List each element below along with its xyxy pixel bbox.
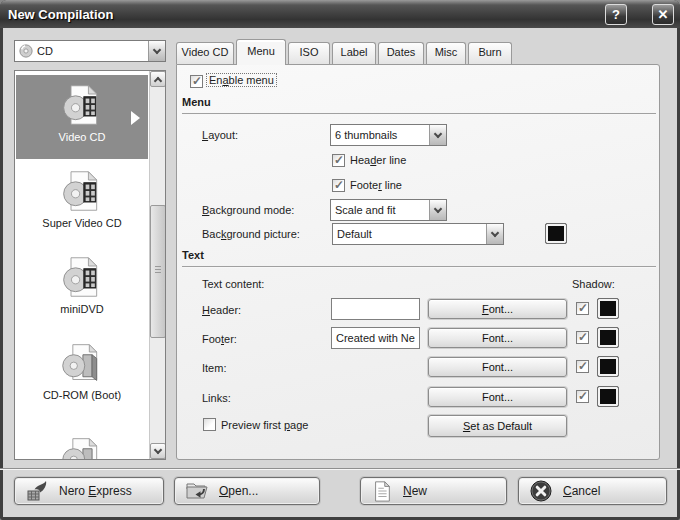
background-picture-dropdown-button[interactable] <box>486 224 503 244</box>
tab-menu[interactable]: Menu <box>236 39 286 65</box>
tab-label: Misc <box>435 46 458 58</box>
enable-menu-label[interactable]: Enable menu <box>207 74 276 86</box>
footer-shadow-checkbox[interactable] <box>576 331 589 344</box>
list-item-label: miniDVD <box>16 303 148 315</box>
list-item-label: CD-ROM (Boot) <box>16 389 148 401</box>
tab-label: Video CD <box>182 46 229 58</box>
menu-group-header: Menu <box>182 96 656 114</box>
cd-icon <box>19 44 33 58</box>
tab-video-cd[interactable]: Video CD <box>176 42 234 64</box>
layout-select[interactable]: 6 thumbnails <box>330 124 447 146</box>
scrollbar-thumb[interactable] <box>150 205 166 338</box>
background-mode-value: Scale and fit <box>335 204 425 216</box>
tab-dates[interactable]: Dates <box>378 42 424 64</box>
footer-line-checkbox[interactable] <box>332 179 345 192</box>
layout-label: Layout: <box>202 129 238 141</box>
media-type-dropdown-button[interactable] <box>148 41 165 61</box>
open-folder-icon <box>185 479 209 503</box>
header-line-checkbox[interactable] <box>332 154 345 167</box>
media-type-select[interactable]: CD <box>14 40 166 62</box>
tab-label: Burn <box>478 46 501 58</box>
close-button[interactable]: ✕ <box>652 4 674 25</box>
item-font-button[interactable]: Font... <box>428 357 567 377</box>
chevron-down-icon <box>434 204 442 212</box>
tab-burn[interactable]: Burn <box>468 42 512 64</box>
background-color-swatch[interactable] <box>545 223 567 244</box>
preview-first-page-checkbox[interactable] <box>203 418 216 431</box>
tab-label: Menu <box>247 45 275 57</box>
footer-row-label: Footer: <box>202 333 237 345</box>
tab-label: ISO <box>300 46 319 58</box>
scroll-down-button[interactable] <box>150 443 166 459</box>
open-button[interactable]: Open... <box>174 477 320 505</box>
tab-iso[interactable]: ISO <box>288 42 330 64</box>
scroll-up-button[interactable] <box>150 71 166 87</box>
header-line-label: Header line <box>350 154 406 166</box>
text-group-header: Text <box>182 249 656 267</box>
list-item-minidvd[interactable]: miniDVD <box>16 247 148 331</box>
background-picture-select[interactable]: Default <box>332 223 504 245</box>
cancel-label: Cancel <box>563 484 600 498</box>
list-item-label: Video CD <box>16 131 148 143</box>
links-shadow-color-swatch[interactable] <box>597 386 619 407</box>
footer-line-label: Footer line <box>350 179 402 191</box>
header-text-input[interactable] <box>331 298 420 320</box>
chevron-down-icon <box>434 129 442 137</box>
cdrom-boot-icon <box>60 341 104 385</box>
footer-shadow-color-swatch[interactable] <box>597 327 619 348</box>
chevron-down-icon <box>491 228 499 236</box>
disc-icon <box>60 435 104 460</box>
compilation-listbox: Video CD Super Video CD <box>14 70 166 460</box>
shadow-column-label: Shadow: <box>572 278 615 290</box>
item-shadow-color-swatch[interactable] <box>597 356 619 377</box>
new-label: New <box>403 484 427 498</box>
header-shadow-color-swatch[interactable] <box>597 298 619 319</box>
layout-value: 6 thumbnails <box>335 129 425 141</box>
footer-separator-highlight <box>0 469 680 470</box>
footer-text-input[interactable] <box>331 327 420 349</box>
links-shadow-checkbox[interactable] <box>576 390 589 403</box>
nero-express-button[interactable]: Nero Express <box>14 477 164 505</box>
super-video-cd-icon <box>60 169 104 213</box>
enable-menu-checkbox[interactable] <box>190 75 203 88</box>
background-picture-label: Background picture: <box>202 228 300 240</box>
new-document-icon <box>371 479 393 503</box>
list-item-video-cd[interactable]: Video CD <box>16 75 148 159</box>
minidvd-icon <box>60 255 104 299</box>
nero-express-label: Nero Express <box>59 484 132 498</box>
header-font-button[interactable]: Font... <box>428 299 567 319</box>
links-font-button[interactable]: Font... <box>428 387 567 407</box>
tab-label[interactable]: Label <box>332 42 376 64</box>
list-item-cdrom-boot[interactable]: CD-ROM (Boot) <box>16 333 148 417</box>
open-label: Open... <box>219 484 258 498</box>
window-title: New Compilation <box>8 7 113 22</box>
header-row-label: Header: <box>202 304 241 316</box>
tab-misc[interactable]: Misc <box>426 42 466 64</box>
links-row-label: Links: <box>202 392 231 404</box>
help-button[interactable]: ? <box>605 4 627 25</box>
list-item-super-video-cd[interactable]: Super Video CD <box>16 161 148 245</box>
list-item-label: Super Video CD <box>16 217 148 229</box>
cancel-button[interactable]: Cancel <box>518 477 667 505</box>
list-item-partial[interactable] <box>16 427 148 460</box>
background-mode-dropdown-button[interactable] <box>429 200 446 220</box>
tab-label: Dates <box>387 46 416 58</box>
tab-label: Label <box>341 46 368 58</box>
media-type-value: CD <box>37 45 144 57</box>
list-scrollbar[interactable] <box>149 71 165 459</box>
selected-arrow-icon <box>131 111 140 125</box>
text-content-label: Text content: <box>202 278 264 290</box>
title-bar[interactable]: New Compilation <box>0 0 680 28</box>
header-shadow-checkbox[interactable] <box>576 302 589 315</box>
background-mode-select[interactable]: Scale and fit <box>330 199 447 221</box>
video-cd-icon <box>60 83 104 127</box>
background-picture-value: Default <box>337 228 482 240</box>
new-button[interactable]: New <box>360 477 507 505</box>
footer-font-button[interactable]: Font... <box>428 328 567 348</box>
cancel-icon <box>529 479 553 503</box>
chevron-down-icon <box>154 445 162 453</box>
item-shadow-checkbox[interactable] <box>576 360 589 373</box>
layout-dropdown-button[interactable] <box>429 125 446 145</box>
set-as-default-button[interactable]: Set as Default <box>428 415 567 437</box>
chevron-down-icon <box>153 45 161 53</box>
